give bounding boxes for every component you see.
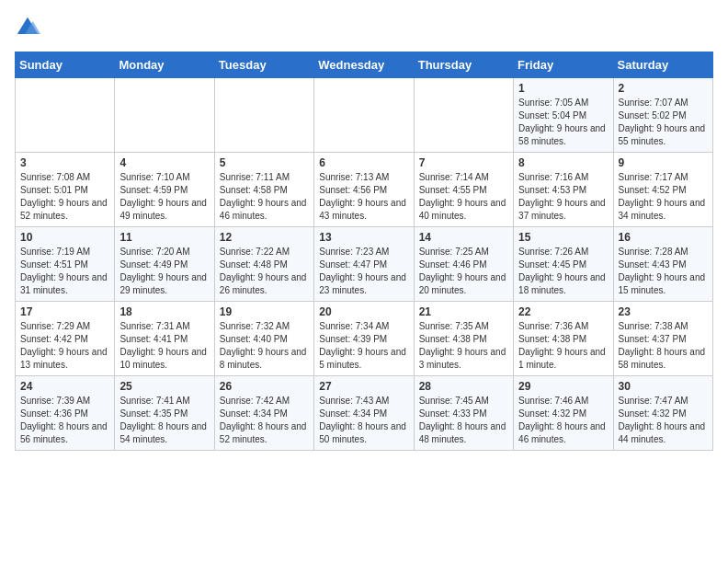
calendar-cell: 6Sunrise: 7:13 AM Sunset: 4:56 PM Daylig…: [314, 153, 414, 227]
calendar-cell: 16Sunrise: 7:28 AM Sunset: 4:43 PM Dayli…: [613, 227, 712, 302]
cell-content: Sunrise: 7:17 AM Sunset: 4:52 PM Dayligh…: [619, 171, 708, 223]
cell-content: Sunrise: 7:31 AM Sunset: 4:41 PM Dayligh…: [119, 320, 209, 372]
day-number: 20: [319, 305, 408, 318]
calendar-cell: 7Sunrise: 7:14 AM Sunset: 4:55 PM Daylig…: [414, 153, 513, 227]
cell-content: Sunrise: 7:14 AM Sunset: 4:55 PM Dayligh…: [419, 171, 508, 223]
day-number: 13: [319, 231, 408, 244]
day-number: 9: [619, 156, 708, 169]
calendar-cell: [214, 78, 313, 153]
calendar-cell: 4Sunrise: 7:10 AM Sunset: 4:59 PM Daylig…: [115, 153, 214, 227]
day-number: 17: [20, 305, 109, 318]
cell-content: Sunrise: 7:34 AM Sunset: 4:39 PM Dayligh…: [319, 320, 408, 372]
column-header-sunday: Sunday: [16, 52, 115, 78]
calendar-cell: 17Sunrise: 7:29 AM Sunset: 4:42 PM Dayli…: [16, 302, 115, 376]
column-header-monday: Monday: [115, 52, 214, 78]
calendar-cell: [16, 78, 115, 153]
cell-content: Sunrise: 7:35 AM Sunset: 4:38 PM Dayligh…: [419, 320, 508, 372]
column-header-tuesday: Tuesday: [214, 52, 313, 78]
calendar-cell: 19Sunrise: 7:32 AM Sunset: 4:40 PM Dayli…: [214, 302, 313, 376]
calendar-cell: 30Sunrise: 7:47 AM Sunset: 4:32 PM Dayli…: [613, 376, 712, 451]
cell-content: Sunrise: 7:43 AM Sunset: 4:34 PM Dayligh…: [319, 395, 408, 446]
calendar-cell: 18Sunrise: 7:31 AM Sunset: 4:41 PM Dayli…: [115, 302, 214, 376]
calendar-cell: 26Sunrise: 7:42 AM Sunset: 4:34 PM Dayli…: [214, 376, 313, 451]
day-number: 30: [619, 380, 708, 393]
cell-content: Sunrise: 7:26 AM Sunset: 4:45 PM Dayligh…: [518, 246, 608, 297]
day-number: 7: [419, 156, 508, 169]
day-number: 27: [319, 380, 408, 393]
calendar-cell: 25Sunrise: 7:41 AM Sunset: 4:35 PM Dayli…: [115, 376, 214, 451]
calendar-week-row: 17Sunrise: 7:29 AM Sunset: 4:42 PM Dayli…: [16, 302, 713, 376]
column-header-thursday: Thursday: [414, 52, 513, 78]
cell-content: Sunrise: 7:42 AM Sunset: 4:34 PM Dayligh…: [220, 395, 309, 446]
day-number: 26: [220, 380, 309, 393]
day-number: 21: [419, 305, 508, 318]
calendar-cell: [414, 78, 513, 153]
day-number: 1: [518, 82, 608, 95]
day-number: 16: [619, 231, 708, 244]
calendar-week-row: 24Sunrise: 7:39 AM Sunset: 4:36 PM Dayli…: [16, 376, 713, 451]
cell-content: Sunrise: 7:07 AM Sunset: 5:02 PM Dayligh…: [619, 97, 708, 148]
cell-content: Sunrise: 7:36 AM Sunset: 4:38 PM Dayligh…: [518, 320, 608, 372]
day-number: 3: [20, 156, 109, 169]
calendar-cell: 23Sunrise: 7:38 AM Sunset: 4:37 PM Dayli…: [613, 302, 712, 376]
day-number: 24: [20, 380, 109, 393]
calendar-cell: 21Sunrise: 7:35 AM Sunset: 4:38 PM Dayli…: [414, 302, 513, 376]
day-number: 28: [419, 380, 508, 393]
day-number: 14: [419, 231, 508, 244]
cell-content: Sunrise: 7:11 AM Sunset: 4:58 PM Dayligh…: [220, 171, 309, 223]
day-number: 25: [119, 380, 209, 393]
day-number: 2: [619, 82, 708, 95]
day-number: 10: [20, 231, 109, 244]
cell-content: Sunrise: 7:08 AM Sunset: 5:01 PM Dayligh…: [20, 171, 109, 223]
calendar-table: SundayMondayTuesdayWednesdayThursdayFrid…: [15, 52, 713, 451]
cell-content: Sunrise: 7:47 AM Sunset: 4:32 PM Dayligh…: [619, 395, 708, 446]
day-number: 15: [518, 231, 608, 244]
cell-content: Sunrise: 7:22 AM Sunset: 4:48 PM Dayligh…: [220, 246, 309, 297]
calendar-cell: 9Sunrise: 7:17 AM Sunset: 4:52 PM Daylig…: [613, 153, 712, 227]
calendar-cell: 14Sunrise: 7:25 AM Sunset: 4:46 PM Dayli…: [414, 227, 513, 302]
column-header-saturday: Saturday: [613, 52, 712, 78]
day-number: 22: [518, 305, 608, 318]
cell-content: Sunrise: 7:13 AM Sunset: 4:56 PM Dayligh…: [319, 171, 408, 223]
day-number: 6: [319, 156, 408, 169]
cell-content: Sunrise: 7:23 AM Sunset: 4:47 PM Dayligh…: [319, 246, 408, 297]
calendar-cell: 1Sunrise: 7:05 AM Sunset: 5:04 PM Daylig…: [514, 78, 613, 153]
day-number: 29: [518, 380, 608, 393]
cell-content: Sunrise: 7:32 AM Sunset: 4:40 PM Dayligh…: [220, 320, 309, 372]
calendar-week-row: 10Sunrise: 7:19 AM Sunset: 4:51 PM Dayli…: [16, 227, 713, 302]
calendar-week-row: 1Sunrise: 7:05 AM Sunset: 5:04 PM Daylig…: [16, 78, 713, 153]
cell-content: Sunrise: 7:41 AM Sunset: 4:35 PM Dayligh…: [119, 395, 209, 446]
cell-content: Sunrise: 7:38 AM Sunset: 4:37 PM Dayligh…: [619, 320, 708, 372]
calendar-header-row: SundayMondayTuesdayWednesdayThursdayFrid…: [16, 52, 713, 78]
cell-content: Sunrise: 7:25 AM Sunset: 4:46 PM Dayligh…: [419, 246, 508, 297]
day-number: 12: [220, 231, 309, 244]
cell-content: Sunrise: 7:05 AM Sunset: 5:04 PM Dayligh…: [518, 97, 608, 148]
day-number: 8: [518, 156, 608, 169]
logo: [15, 15, 44, 40]
cell-content: Sunrise: 7:39 AM Sunset: 4:36 PM Dayligh…: [20, 395, 109, 446]
calendar-cell: 22Sunrise: 7:36 AM Sunset: 4:38 PM Dayli…: [514, 302, 613, 376]
day-number: 5: [220, 156, 309, 169]
cell-content: Sunrise: 7:19 AM Sunset: 4:51 PM Dayligh…: [20, 246, 109, 297]
calendar-cell: [115, 78, 214, 153]
calendar-cell: 2Sunrise: 7:07 AM Sunset: 5:02 PM Daylig…: [613, 78, 712, 153]
calendar-cell: 13Sunrise: 7:23 AM Sunset: 4:47 PM Dayli…: [314, 227, 414, 302]
calendar-cell: 10Sunrise: 7:19 AM Sunset: 4:51 PM Dayli…: [16, 227, 115, 302]
header: [15, 15, 713, 40]
day-number: 4: [119, 156, 209, 169]
cell-content: Sunrise: 7:45 AM Sunset: 4:33 PM Dayligh…: [419, 395, 508, 446]
column-header-friday: Friday: [514, 52, 613, 78]
column-header-wednesday: Wednesday: [314, 52, 414, 78]
day-number: 19: [220, 305, 309, 318]
calendar-cell: 3Sunrise: 7:08 AM Sunset: 5:01 PM Daylig…: [16, 153, 115, 227]
cell-content: Sunrise: 7:10 AM Sunset: 4:59 PM Dayligh…: [119, 171, 209, 223]
day-number: 23: [619, 305, 708, 318]
calendar-week-row: 3Sunrise: 7:08 AM Sunset: 5:01 PM Daylig…: [16, 153, 713, 227]
cell-content: Sunrise: 7:46 AM Sunset: 4:32 PM Dayligh…: [518, 395, 608, 446]
calendar-cell: 20Sunrise: 7:34 AM Sunset: 4:39 PM Dayli…: [314, 302, 414, 376]
calendar-cell: 11Sunrise: 7:20 AM Sunset: 4:49 PM Dayli…: [115, 227, 214, 302]
day-number: 11: [119, 231, 209, 244]
calendar-cell: 24Sunrise: 7:39 AM Sunset: 4:36 PM Dayli…: [16, 376, 115, 451]
cell-content: Sunrise: 7:20 AM Sunset: 4:49 PM Dayligh…: [119, 246, 209, 297]
calendar-cell: 29Sunrise: 7:46 AM Sunset: 4:32 PM Dayli…: [514, 376, 613, 451]
